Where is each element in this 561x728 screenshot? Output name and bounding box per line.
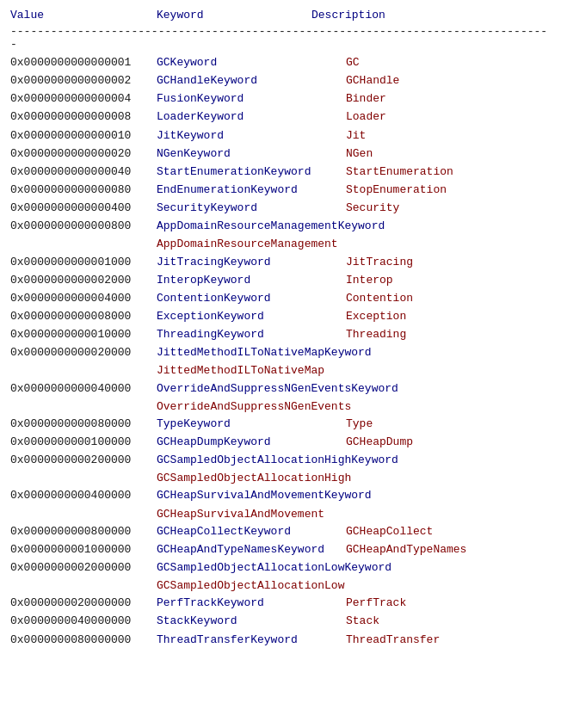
cell-value: 0x0000000000000004 (10, 90, 157, 108)
cell-keyword: PerfTrackKeyword (157, 595, 346, 612)
cell-keyword: FusionKeyword (157, 90, 346, 108)
cell-keyword: EndEnumerationKeyword (157, 182, 346, 199)
cell-description: Interop (346, 272, 551, 289)
table-row: 0x0000000000000040StartEnumerationKeywor… (10, 163, 551, 181)
cell-value: 0x0000000000001000 (10, 254, 157, 271)
cell-value: 0x0000000000040000 (10, 380, 157, 398)
cell-keyword: AppDomainResourceManagementKeyword (157, 218, 551, 235)
cell-description-continuation: GCSampledObjectAllocationHigh (157, 470, 551, 487)
cell-value: 0x0000000000000800 (10, 218, 157, 235)
cell-keyword: ThreadTransferKeyword (157, 632, 346, 649)
cell-keyword: ExceptionKeyword (157, 308, 346, 325)
cell-value: 0x0000000000100000 (10, 434, 157, 451)
cell-keyword: JitTracingKeyword (157, 254, 346, 271)
cell-description: Security (346, 200, 551, 217)
table-row: 0x0000000000000008LoaderKeywordLoader (10, 108, 551, 126)
header-value: Value (10, 9, 157, 22)
cell-value: 0x0000000000000002 (10, 72, 157, 89)
table-row: 0x0000000080000000ThreadTransferKeywordT… (10, 632, 551, 649)
table-row: 0x0000000000100000GCHeapDumpKeywordGCHea… (10, 434, 551, 451)
table-row: 0x0000000000000080EndEnumerationKeywordS… (10, 182, 551, 199)
cell-description-continuation: OverrideAndSuppressNGenEvents (157, 398, 551, 416)
cell-description: Exception (346, 308, 551, 325)
table-row: 0x0000000000002000InteropKeywordInterop (10, 272, 551, 289)
table-row: 0x0000000020000000PerfTrackKeywordPerfTr… (10, 595, 551, 612)
cell-description: Type (346, 416, 551, 433)
cell-value: 0x0000000020000000 (10, 595, 157, 612)
cell-keyword: LoaderKeyword (157, 108, 346, 126)
cell-value: 0x0000000000000008 (10, 108, 157, 126)
cell-description: Loader (346, 108, 551, 126)
cell-description: StopEnumeration (346, 182, 551, 199)
table-row: 0x0000000001000000GCHeapAndTypeNamesKeyw… (10, 541, 551, 558)
table-body: 0x0000000000000001GCKeywordGC0x000000000… (10, 54, 551, 649)
cell-value: 0x0000000000004000 (10, 290, 157, 307)
cell-value: 0x0000000000008000 (10, 308, 157, 325)
cell-keyword: NGenKeyword (157, 145, 346, 163)
table-row: 0x0000000000040000OverrideAndSuppressNGe… (10, 380, 551, 398)
cell-description: GCHeapDump (346, 434, 551, 451)
table-row: 0x0000000000400000GCHeapSurvivalAndMovem… (10, 487, 551, 504)
cell-description-continuation: AppDomainResourceManagement (157, 236, 551, 253)
keyword-table: Value Keyword Description --------------… (10, 9, 551, 649)
cell-value: 0x0000000000000020 (10, 145, 157, 163)
cell-keyword: ThreadingKeyword (157, 326, 346, 343)
cell-description: Contention (346, 290, 551, 307)
cell-value: 0x0000000000010000 (10, 326, 157, 343)
cell-keyword: JitKeyword (157, 127, 346, 145)
table-row: 0x0000000040000000StackKeywordStack (10, 613, 551, 630)
table-row: 0x0000000000200000GCSampledObjectAllocat… (10, 452, 551, 469)
cell-keyword: GCSampledObjectAllocationHighKeyword (157, 452, 551, 469)
cell-value: 0x0000000000000010 (10, 127, 157, 145)
table-row: 0x0000000000000001GCKeywordGC (10, 54, 551, 71)
cell-description-continuation: JittedMethodILToNativeMap (157, 362, 551, 379)
cell-value: 0x0000000000020000 (10, 344, 157, 361)
cell-description: Jit (346, 127, 551, 145)
cell-description-continuation: GCSampledObjectAllocationLow (157, 577, 551, 595)
cell-keyword: ContentionKeyword (157, 290, 346, 307)
table-row: 0x0000000000008000ExceptionKeywordExcept… (10, 308, 551, 325)
table-row: 0x0000000000010000ThreadingKeywordThread… (10, 326, 551, 343)
cell-value: 0x0000000002000000 (10, 559, 157, 577)
cell-value: 0x0000000080000000 (10, 632, 157, 649)
table-row: 0x0000000000080000TypeKeywordType (10, 416, 551, 433)
table-row: 0x0000000000000400SecurityKeywordSecurit… (10, 200, 551, 217)
cell-value: 0x0000000000000080 (10, 182, 157, 199)
cell-value: 0x0000000000400000 (10, 487, 157, 504)
cell-description: PerfTrack (346, 595, 551, 612)
cell-keyword: GCHeapDumpKeyword (157, 434, 346, 451)
table-row: 0x0000000000000002GCHandleKeywordGCHandl… (10, 72, 551, 89)
cell-keyword: GCHandleKeyword (157, 72, 346, 89)
cell-value: 0x0000000001000000 (10, 541, 157, 558)
cell-value: 0x0000000040000000 (10, 613, 157, 630)
table-row: 0x0000000000001000JitTracingKeywordJitTr… (10, 254, 551, 271)
cell-keyword: InteropKeyword (157, 272, 346, 289)
cell-description: GC (346, 54, 551, 71)
table-row: 0x0000000000020000JittedMethodILToNative… (10, 344, 551, 361)
cell-keyword: StackKeyword (157, 613, 346, 630)
cell-description: GCHeapCollect (346, 523, 551, 540)
cell-keyword: StartEnumerationKeyword (157, 163, 346, 181)
cell-value: 0x0000000000000001 (10, 54, 157, 71)
cell-description: Stack (346, 613, 551, 630)
cell-description: JitTracing (346, 254, 551, 271)
table-row: 0x0000000000000010JitKeywordJit (10, 127, 551, 145)
cell-description: ThreadTransfer (346, 632, 551, 649)
cell-value: 0x0000000000080000 (10, 416, 157, 433)
cell-keyword: OverrideAndSuppressNGenEventsKeyword (157, 380, 551, 398)
cell-description: StartEnumeration (346, 163, 551, 181)
table-row: 0x0000000002000000GCSampledObjectAllocat… (10, 559, 551, 577)
cell-value: 0x0000000000000400 (10, 200, 157, 217)
table-divider: ----------------------------------------… (10, 25, 551, 51)
header-description: Description (311, 9, 551, 22)
header-keyword: Keyword (157, 9, 311, 22)
table-row: 0x0000000000000004FusionKeywordBinder (10, 90, 551, 108)
cell-keyword: GCHeapAndTypeNamesKeyword (157, 541, 346, 558)
cell-description: NGen (346, 145, 551, 163)
cell-description: Threading (346, 326, 551, 343)
table-row: 0x0000000000004000ContentionKeywordConte… (10, 290, 551, 307)
table-row: 0x0000000000000800AppDomainResourceManag… (10, 218, 551, 235)
table-header: Value Keyword Description (10, 9, 551, 23)
cell-keyword: GCHeapSurvivalAndMovementKeyword (157, 487, 551, 504)
cell-description-continuation: GCHeapSurvivalAndMovement (157, 506, 551, 523)
